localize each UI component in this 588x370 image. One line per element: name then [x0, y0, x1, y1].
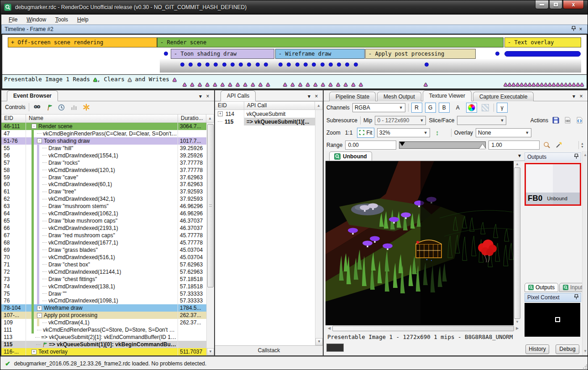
api-calls-scrollbar[interactable]: ▼ [315, 110, 323, 345]
draw-event-dot[interactable] [222, 63, 226, 67]
tab-api-calls[interactable]: API Calls [220, 90, 256, 101]
range-max-field[interactable]: 1.00 [488, 141, 540, 150]
draw-event-dot[interactable] [231, 63, 235, 67]
tab-texture-viewer[interactable]: Texture Viewer [423, 90, 472, 101]
maximize-button[interactable] [549, 0, 562, 9]
event-row[interactable]: 107-...-Apply post processing262.37... [1, 312, 206, 319]
event-row[interactable]: 65Draw "blue mushroom caps"46.37037 [1, 217, 206, 224]
event-row[interactable]: 47vkCmdBeginRenderPass(C=Clear, D=Clear,… [1, 130, 206, 137]
zoom-range-icon[interactable] [542, 141, 551, 150]
draw-event-dot[interactable] [256, 63, 260, 67]
event-row[interactable]: 76vkCmdDrawIndexed(1098,1)57.33333 [1, 297, 206, 305]
tree-expander[interactable]: + [31, 349, 37, 354]
write-triangle-icon[interactable]: ▲ [335, 81, 341, 87]
draw-event-dot[interactable] [264, 63, 268, 67]
tab-close-icon[interactable]: × [578, 93, 585, 99]
event-row[interactable]: 69Draw "grass blades"45.03704 [1, 246, 206, 254]
channels-combo[interactable]: RGBA▼ [352, 103, 405, 112]
event-row[interactable]: 72vkCmdDrawIndexed(12144,1)57.62963 [1, 268, 206, 276]
menu-window[interactable]: Window [22, 15, 51, 24]
pin-icon[interactable] [570, 26, 577, 33]
draw-event-dot[interactable] [164, 52, 168, 56]
write-triangle-icon[interactable]: ▲ [328, 81, 334, 87]
event-row[interactable]: 74vkCmdDrawIndexed(138,1)57.18518 [1, 283, 206, 290]
event-row[interactable]: 58vkCmdDrawIndexed(120,1)37.77778 [1, 167, 206, 174]
draw-event-dot[interactable] [239, 63, 243, 67]
draw-event-dot[interactable] [320, 63, 325, 67]
draw-event-dot[interactable] [180, 63, 184, 67]
timeline-marker[interactable]: - Wireframe draw [275, 49, 365, 59]
timeline-marker[interactable]: + Off-screen scene rendering [8, 37, 157, 47]
viewport-vscrollbar[interactable]: ▲ ▼ [514, 161, 521, 325]
tab-close-icon[interactable]: × [313, 93, 320, 99]
api-call-row[interactable]: 115=> vkQueueSubmit(1)[... [215, 118, 323, 125]
minimize-button[interactable] [535, 0, 549, 9]
menu-help[interactable]: Help [73, 15, 93, 24]
event-row[interactable]: 67Draw "red mushroom caps"45.77778 [1, 232, 206, 239]
draw-event-dot[interactable] [495, 52, 499, 56]
write-triangle-icon[interactable]: ▲ [297, 81, 303, 87]
write-triangle-icon[interactable]: ▲ [205, 81, 210, 87]
write-triangle-icon[interactable]: ▲ [212, 81, 218, 87]
open-link-icon[interactable] [563, 116, 572, 125]
api-call-row[interactable]: +114vkQueueSubmit [215, 110, 323, 118]
event-row[interactable]: 116-...+Text overlay511.7037 [1, 348, 206, 355]
tab-dropdown-icon[interactable]: ▾ [197, 93, 204, 99]
channel-alpha-toggle[interactable]: A [452, 103, 463, 113]
col-api-call[interactable]: API Call [244, 102, 315, 110]
tree-expander[interactable]: - [37, 138, 42, 143]
scroll-down-icon[interactable]: ▼ [315, 338, 323, 345]
title-bar[interactable]: debugmarker.rdc - RenderDoc Unofficial r… [0, 0, 588, 14]
tab-close-icon[interactable]: × [204, 93, 211, 99]
open-in-code-icon[interactable] [575, 116, 584, 125]
gamma-toggle[interactable]: γ [497, 103, 508, 113]
flip-vertical-icon[interactable]: ↕ [433, 128, 442, 137]
history-button[interactable]: History [525, 344, 549, 354]
pin-icon[interactable] [574, 153, 578, 161]
event-row[interactable]: 55Draw "hill"39.25926 [1, 145, 206, 152]
timeline-marker[interactable]: - Text overlay [504, 37, 581, 47]
write-triangle-icon[interactable]: ▲ [189, 81, 195, 87]
callstack-section-header[interactable]: Callstack [215, 345, 323, 355]
debug-button[interactable]: Debug [556, 344, 579, 354]
pixel-context-header[interactable]: Pixel Context [525, 293, 581, 302]
event-row[interactable]: 115=> vkQueueSubmit(1)[0]: vkBeginComman… [1, 341, 206, 348]
resize-grip-icon[interactable] [583, 365, 587, 369]
draw-event-dot[interactable] [189, 63, 193, 67]
write-triangle-icon[interactable]: ▲ [290, 81, 296, 87]
draw-event-dot[interactable] [312, 63, 316, 67]
col-name[interactable]: Name [26, 115, 178, 123]
write-triangle-icon[interactable]: ▲ [343, 81, 349, 87]
close-panel-icon[interactable]: × [577, 26, 584, 32]
draw-event-dot[interactable] [295, 63, 299, 67]
event-row[interactable]: 78-104+Wireframe draw1784.5... [1, 304, 206, 312]
event-row[interactable]: 60vkCmdDrawIndexed(60,1)37.62963 [1, 181, 206, 188]
range-black-point-handle[interactable] [399, 142, 405, 146]
bookmark-flag-icon[interactable] [45, 103, 54, 112]
menu-file[interactable]: File [4, 15, 22, 24]
checkerboard-background-toggle[interactable] [480, 103, 491, 113]
scroll-up-icon[interactable]: ▲ [206, 115, 214, 123]
timeline-marker[interactable]: - Render scene [157, 37, 504, 47]
texture-list-dropdown-icon[interactable]: ▾ [518, 152, 525, 159]
event-row[interactable]: 61Draw "tree"37.92593 [1, 188, 206, 195]
write-triangle-icon[interactable]: ▲ [350, 81, 356, 87]
draw-event-dot[interactable] [197, 63, 201, 67]
write-triangle-icon[interactable]: ▲ [282, 81, 288, 87]
autofit-wand-icon[interactable] [554, 141, 563, 150]
event-row[interactable]: 113=> vkQueueSubmit(2)[1]: vkEndCommandB… [1, 334, 206, 341]
timeline-canvas[interactable]: + Off-screen scene rendering- Render sce… [1, 34, 588, 89]
range-white-point-handle[interactable] [479, 144, 486, 149]
tree-expander[interactable]: - [37, 313, 42, 318]
write-triangle-icon[interactable]: ▲ [250, 81, 256, 87]
save-texture-icon[interactable] [551, 116, 560, 125]
tab-dropdown-icon[interactable]: ▾ [570, 93, 578, 99]
outputs-section-header[interactable]: Outputs [525, 152, 581, 162]
zoom-fit-button[interactable]: Fit [357, 128, 374, 138]
overlay-combo[interactable]: None▼ [476, 128, 531, 137]
scroll-down-icon[interactable]: ▼ [207, 348, 214, 355]
range-min-field[interactable]: 0.00 [345, 141, 396, 150]
event-row[interactable]: 56vkCmdDrawIndexed(1554,1)39.25926 [1, 152, 206, 159]
tab-dropdown-icon[interactable]: ▾ [305, 93, 313, 99]
timeline-header[interactable]: Timeline - Frame #2 × [1, 25, 588, 34]
